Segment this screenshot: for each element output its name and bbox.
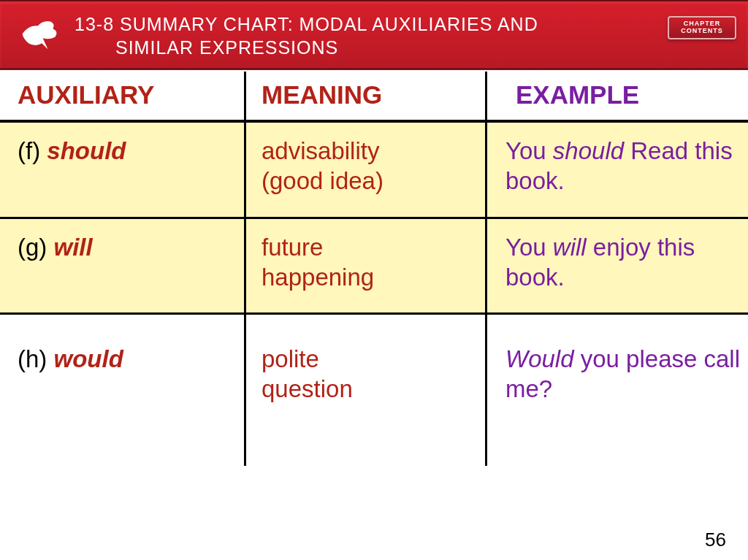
bird-icon bbox=[13, 9, 64, 61]
cell-auxiliary: (f) should bbox=[0, 123, 244, 217]
cell-meaning: advisability (good idea) bbox=[244, 123, 485, 217]
cell-example: Would you please call me? bbox=[485, 315, 748, 448]
title-line-1: 13-8 SUMMARY CHART: MODAL AUXILIARIES AN… bbox=[75, 13, 538, 36]
cell-meaning: future happening bbox=[244, 219, 485, 313]
col-header-auxiliary: AUXILIARY bbox=[0, 70, 244, 120]
title-line-2: SIMILAR EXPRESSIONS bbox=[75, 37, 538, 59]
chapter-btn-line2: CONTENTS bbox=[681, 28, 723, 35]
cell-example: You should Read this book. bbox=[485, 123, 748, 217]
table-row: (g) will future happening You will enjoy… bbox=[0, 219, 748, 315]
table-row: (f) should advisability (good idea) You … bbox=[0, 123, 748, 219]
table-row: (h) would polite question Would you plea… bbox=[0, 315, 748, 448]
column-separator bbox=[485, 72, 487, 466]
cell-meaning: polite question bbox=[244, 315, 485, 448]
slide-content: AUXILIARY MEANING EXAMPLE (f) should adv… bbox=[0, 70, 748, 560]
cell-auxiliary: (g) will bbox=[0, 219, 244, 313]
slide-header: 13-8 SUMMARY CHART: MODAL AUXILIARIES AN… bbox=[0, 0, 748, 70]
col-header-meaning: MEANING bbox=[244, 70, 485, 120]
page-number: 56 bbox=[705, 529, 726, 551]
column-separator bbox=[244, 72, 246, 466]
cell-example: You will enjoy this book. bbox=[485, 219, 748, 313]
modal-table: AUXILIARY MEANING EXAMPLE (f) should adv… bbox=[0, 70, 748, 448]
slide-title: 13-8 SUMMARY CHART: MODAL AUXILIARIES AN… bbox=[75, 10, 538, 59]
chapter-contents-button[interactable]: CHAPTER CONTENTS bbox=[668, 16, 736, 39]
cell-auxiliary: (h) would bbox=[0, 315, 244, 448]
col-header-example: EXAMPLE bbox=[485, 70, 748, 120]
table-header-row: AUXILIARY MEANING EXAMPLE bbox=[0, 70, 748, 123]
